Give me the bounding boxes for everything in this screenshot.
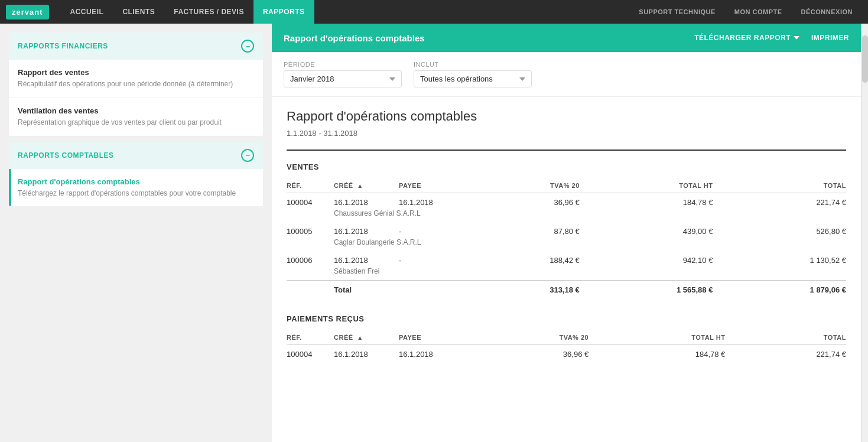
content-header-actions: TÉLÉCHARGER RAPPORT IMPRIMER: [694, 34, 849, 42]
ventes-row-3-total: 1 130,52 €: [713, 251, 846, 267]
ventes-col-ref: RÉF.: [287, 178, 334, 193]
ventes-row-3-ref: 100006: [287, 251, 334, 267]
ventes-row-2-client: Caglar Boulangerie S.A.R.L: [334, 238, 470, 251]
ventes-row-1-total: 221,74 €: [713, 193, 846, 210]
ventes-total-total: 1 879,06 €: [713, 281, 846, 297]
sidebar-item-operations-title: Rapport d'opérations comptables: [18, 177, 254, 186]
sidebar-item-rapport-ventes[interactable]: Rapport des ventes Récapitulatif des opé…: [9, 60, 263, 98]
paiements-row-1[interactable]: 100004 16.1.2018 16.1.2018 36,96 € 184,7…: [287, 345, 846, 362]
main-layout: RAPPORTS FINANCIERS − Rapport des ventes…: [0, 24, 868, 442]
nav-links: ACCUEIL CLIENTS FACTURES / DEVIS RAPPORT…: [61, 0, 630, 24]
filter-inclut-label: INCLUT: [414, 61, 532, 68]
ventes-total-row: Total 313,18 € 1 565,88 € 1 879,06 €: [287, 281, 846, 297]
ventes-table-header-row: RÉF. CRÉÉ ▲ PAYEE TVA% 20 TOTAL HT TOTAL: [287, 178, 846, 193]
sidebar-section-comptables-collapse[interactable]: −: [241, 149, 254, 162]
ventes-total-ht: 1 565,88 €: [580, 281, 713, 297]
sidebar-section-financiers: RAPPORTS FINANCIERS − Rapport des ventes…: [9, 32, 263, 136]
nav-accueil[interactable]: ACCUEIL: [61, 0, 113, 24]
ventes-row-1-payee: 16.1.2018: [399, 193, 470, 210]
paiements-table-header-row: RÉF. CRÉÉ ▲ PAYEE TVA% 20 TOTAL HT TOTAL: [287, 330, 846, 345]
ventes-row-3-totalht: 942,10 €: [580, 251, 713, 267]
ventes-row-3-client: Sébastien Frei: [334, 267, 470, 281]
paiements-col-total: TOTAL: [725, 330, 846, 345]
sidebar-item-ventilation-ventes[interactable]: Ventilation des ventes Représentation gr…: [9, 98, 263, 136]
paiements-col-cree[interactable]: CRÉÉ ▲: [334, 330, 399, 345]
logo[interactable]: zervant: [6, 5, 49, 20]
paiements-row-1-totalht: 184,78 €: [589, 345, 725, 362]
report-title: Rapport d'opérations comptables: [287, 109, 846, 124]
filter-period-chevron-icon: [389, 77, 395, 81]
print-button[interactable]: IMPRIMER: [811, 34, 849, 42]
scrollbar-track[interactable]: [861, 24, 868, 442]
ventes-table: RÉF. CRÉÉ ▲ PAYEE TVA% 20 TOTAL HT TOTAL: [287, 178, 846, 297]
sidebar: RAPPORTS FINANCIERS − Rapport des ventes…: [0, 24, 272, 442]
paiements-row-1-ref: 100004: [287, 345, 334, 362]
ventes-row-3[interactable]: 100006 16.1.2018 - 188,42 € 942,10 € 1 1…: [287, 251, 846, 267]
paiements-table: RÉF. CRÉÉ ▲ PAYEE TVA% 20 TOTAL HT TOTAL…: [287, 330, 846, 361]
paiements-col-payee: PAYEE: [399, 330, 470, 345]
download-rapport-button[interactable]: TÉLÉCHARGER RAPPORT: [694, 34, 799, 42]
ventes-row-3-cree: 16.1.2018: [334, 251, 399, 267]
ventes-col-payee: PAYEE: [399, 178, 470, 193]
report-divider: [287, 150, 846, 151]
ventes-row-1-ref: 100004: [287, 193, 334, 210]
filter-period-value: Janvier 2018: [290, 74, 334, 83]
ventes-row-2[interactable]: 100005 16.1.2018 - 87,80 € 439,00 € 526,…: [287, 222, 846, 238]
ventes-col-total: TOTAL: [713, 178, 846, 193]
paiements-row-1-total: 221,74 €: [725, 345, 846, 362]
ventes-section-title: VENTES: [287, 162, 846, 171]
nav-deconnexion[interactable]: DÉCONNEXION: [792, 0, 862, 24]
sidebar-item-rapport-ventes-title: Rapport des ventes: [18, 68, 254, 77]
ventes-row-2-total: 526,80 €: [713, 222, 846, 238]
ventes-row-1-tva: 36,96 €: [470, 193, 580, 210]
scrollbar-thumb[interactable]: [862, 35, 868, 83]
ventes-sort-icon: ▲: [357, 183, 363, 189]
nav-factures[interactable]: FACTURES / DEVIS: [164, 0, 253, 24]
filter-period-select[interactable]: Janvier 2018: [284, 70, 402, 87]
ventes-row-1-client: Chaussures Génial S.A.R.L: [334, 209, 470, 222]
nav-clients[interactable]: CLIENTS: [113, 0, 164, 24]
ventes-total-label: Total: [334, 281, 470, 297]
ventes-row-1[interactable]: 100004 16.1.2018 16.1.2018 36,96 € 184,7…: [287, 193, 846, 210]
ventes-row-2-sub: Caglar Boulangerie S.A.R.L: [287, 238, 846, 251]
ventes-row-2-tva: 87,80 €: [470, 222, 580, 238]
paiements-row-1-cree: 16.1.2018: [334, 345, 399, 362]
paiements-section-title: PAIEMENTS REÇUS: [287, 314, 846, 323]
sidebar-section-comptables-header: RAPPORTS COMPTABLES −: [9, 142, 263, 169]
filter-period-label: PÉRIODE: [284, 61, 402, 68]
topnav: zervant ACCUEIL CLIENTS FACTURES / DEVIS…: [0, 0, 868, 24]
ventes-col-cree[interactable]: CRÉÉ ▲: [334, 178, 399, 193]
ventes-row-1-sub: Chaussures Génial S.A.R.L: [287, 209, 846, 222]
paiements-sort-icon: ▲: [357, 334, 363, 341]
nav-rapports[interactable]: RAPPORTS: [253, 0, 314, 24]
sidebar-item-ventilation-desc: Représentation graphique de vos ventes p…: [18, 118, 254, 128]
paiements-row-1-tva: 36,96 €: [470, 345, 589, 362]
filter-period-group: PÉRIODE Janvier 2018: [284, 61, 402, 87]
filter-inclut-group: INCLUT Toutes les opérations: [414, 61, 532, 87]
sidebar-item-operations-comptables[interactable]: Rapport d'opérations comptables Téléchar…: [9, 169, 263, 207]
ventes-row-2-payee: -: [399, 222, 470, 238]
ventes-row-3-tva: 188,42 €: [470, 251, 580, 267]
ventes-col-tva: TVA% 20: [470, 178, 580, 193]
sidebar-section-comptables-title: RAPPORTS COMPTABLES: [18, 151, 114, 160]
paiements-row-1-payee: 16.1.2018: [399, 345, 470, 362]
ventes-row-3-sub: Sébastien Frei: [287, 267, 846, 281]
sidebar-item-rapport-ventes-desc: Récapitulatif des opérations pour une pé…: [18, 79, 254, 89]
filter-inclut-chevron-icon: [519, 77, 525, 81]
sidebar-section-financiers-collapse[interactable]: −: [241, 40, 254, 53]
ventes-row-2-ref: 100005: [287, 222, 334, 238]
nav-right: SUPPORT TECHNIQUE MON COMPTE DÉCONNEXION: [629, 0, 862, 24]
paiements-col-ref: RÉF.: [287, 330, 334, 345]
ventes-row-1-cree: 16.1.2018: [334, 193, 399, 210]
ventes-total-tva: 313,18 €: [470, 281, 580, 297]
sidebar-section-financiers-title: RAPPORTS FINANCIERS: [18, 42, 108, 50]
paiements-col-totalht: TOTAL HT: [589, 330, 725, 345]
report-body: Rapport d'opérations comptables 1.1.2018…: [272, 97, 861, 442]
nav-support[interactable]: SUPPORT TECHNIQUE: [629, 0, 725, 24]
sidebar-section-financiers-header: RAPPORTS FINANCIERS −: [9, 32, 263, 60]
filter-inclut-value: Toutes les opérations: [420, 74, 493, 83]
filter-inclut-select[interactable]: Toutes les opérations: [414, 70, 532, 87]
nav-mon-compte[interactable]: MON COMPTE: [725, 0, 792, 24]
filters-row: PÉRIODE Janvier 2018 INCLUT Toutes les o…: [272, 52, 861, 97]
report-period: 1.1.2018 - 31.1.2018: [287, 129, 846, 138]
